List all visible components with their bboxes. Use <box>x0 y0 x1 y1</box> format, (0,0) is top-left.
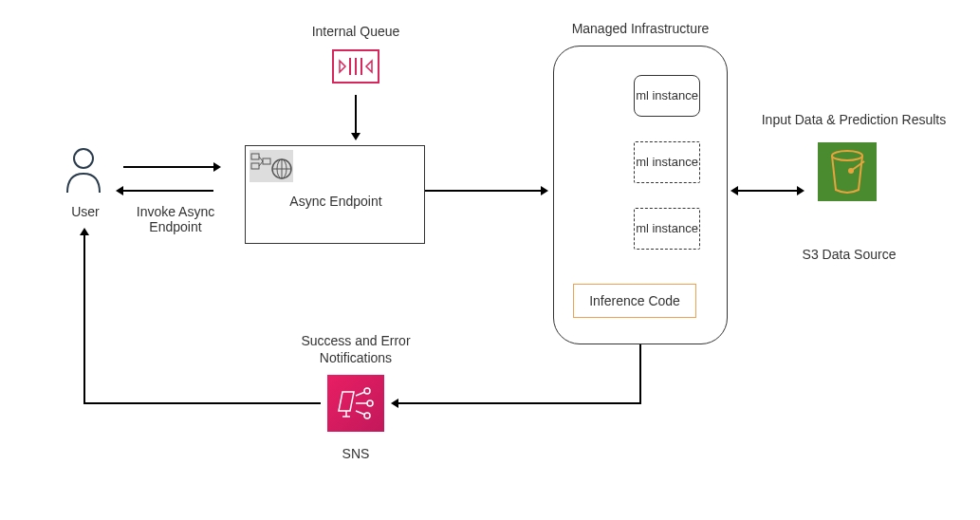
managed-infra-box: ml instance ml instance ml instance Infe… <box>553 46 728 344</box>
svg-line-8 <box>259 161 263 166</box>
sns-icon <box>327 375 384 432</box>
arrow-queue-to-endpoint <box>355 95 357 133</box>
internal-queue-label: Internal Queue <box>304 24 408 39</box>
async-endpoint-box: Async Endpoint <box>245 145 425 244</box>
s3-label: S3 Data Source <box>797 247 901 262</box>
ml-instance-box-3: ml instance <box>634 208 700 250</box>
sns-label: SNS <box>337 446 375 461</box>
input-data-label: Input Data & Prediction Results <box>754 112 953 127</box>
svg-line-7 <box>259 157 263 161</box>
svg-line-20 <box>356 411 365 415</box>
svg-point-15 <box>848 168 854 174</box>
svg-point-0 <box>74 149 93 168</box>
arrow-sns-user-vert <box>83 235 85 403</box>
async-endpoint-label: Async Endpoint <box>274 194 398 209</box>
svg-rect-6 <box>263 158 270 164</box>
svg-line-18 <box>356 392 365 396</box>
ml-instance-label-1: ml instance <box>636 89 698 102</box>
ml-instance-label-2: ml instance <box>636 156 698 169</box>
invoke-label: Invoke Async Endpoint <box>128 204 223 234</box>
arrow-infra-sns-horiz <box>398 402 641 404</box>
user-label: User <box>66 204 104 219</box>
arrow-infra-down <box>639 344 641 403</box>
s3-icon <box>818 142 877 201</box>
arrow-endpoint-to-infra <box>425 190 541 192</box>
queue-icon <box>332 49 379 84</box>
ml-instance-box-1: ml instance <box>634 75 700 117</box>
managed-infra-label: Managed Infrastructure <box>560 21 721 36</box>
arrow-sns-user-horiz <box>83 402 321 404</box>
svg-rect-4 <box>251 154 259 159</box>
arrow-endpoint-to-user <box>123 190 213 192</box>
success-error-label: Success and Error Notifications <box>285 332 427 366</box>
svg-point-23 <box>364 413 370 418</box>
user-icon <box>65 147 102 198</box>
ml-instance-box-2: ml instance <box>634 141 700 183</box>
ml-instance-label-3: ml instance <box>636 222 698 235</box>
inference-code-label: Inference Code <box>589 293 680 308</box>
svg-point-22 <box>367 400 373 406</box>
arrow-infra-s3 <box>738 190 797 192</box>
svg-point-21 <box>364 388 370 394</box>
inference-code-box: Inference Code <box>573 284 696 318</box>
arrow-user-to-endpoint <box>123 166 213 168</box>
svg-point-13 <box>832 151 862 160</box>
svg-rect-5 <box>251 163 259 169</box>
